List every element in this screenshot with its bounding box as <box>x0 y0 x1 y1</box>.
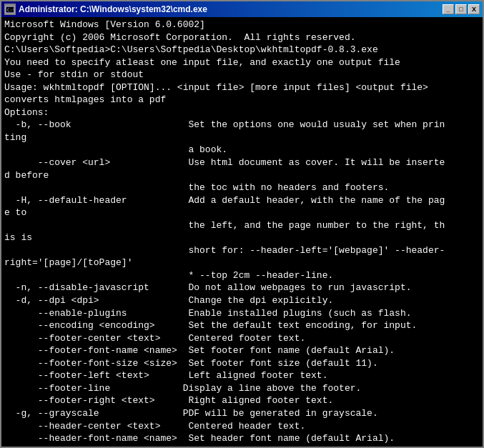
terminal-line: --footer-center <text> Centered footer t… <box>4 332 480 345</box>
terminal-line: C:\Users\Softpedia>C:\Users\Softpedia\De… <box>4 44 480 56</box>
window-title: Administrator: C:\Windows\system32\cmd.e… <box>19 4 207 14</box>
terminal-line: the toc with no headers and footers. <box>4 181 480 194</box>
terminal-line: -n, --disable-javascript Do not allow we… <box>4 282 480 294</box>
terminal-line: ting <box>4 131 480 144</box>
terminal-line: Microsoft Windows [Version 6.0.6002] <box>4 19 480 31</box>
title-bar-left: C:\ Administrator: C:\Windows\system32\c… <box>4 4 207 15</box>
maximize-button[interactable]: □ <box>455 4 467 14</box>
terminal-line: is is <box>4 232 480 244</box>
terminal-line: e to <box>4 206 480 219</box>
minimize-button[interactable]: _ <box>443 4 454 14</box>
terminal-line: Copyright (c) 2006 Microsoft Corporation… <box>4 31 480 44</box>
terminal-line: --header-center <text> Centered header t… <box>4 420 480 433</box>
terminal-line: You need to specify atleast one input fi… <box>4 56 480 69</box>
terminal-line: --footer-line Display a line above the f… <box>4 382 480 395</box>
terminal-line: a book. <box>4 144 480 156</box>
terminal-line: --header-font-name <name> Set header fon… <box>4 432 480 445</box>
terminal-line: Use - for stdin or stdout <box>4 69 480 81</box>
terminal-line: -b, --book Set the options one would usu… <box>4 119 480 131</box>
terminal-line: --footer-right <text> Right aligned foot… <box>4 394 480 407</box>
terminal-line: --footer-font-name <name> Set footer fon… <box>4 344 480 357</box>
terminal-line: --header-font-size <size> Set header fon… <box>4 445 480 447</box>
close-button[interactable]: X <box>468 4 480 14</box>
terminal-line: d before <box>4 169 480 182</box>
app-icon: C:\ <box>4 4 16 15</box>
terminal-line: Usage: wkhtmltopdf [OPTION]... <input fi… <box>4 81 480 94</box>
terminal-line: --enable-plugins Enable installed plugin… <box>4 307 480 320</box>
terminal-line: -H, --default-header Add a default heade… <box>4 194 480 207</box>
terminal-line: * --top 2cm --header-line. <box>4 269 480 282</box>
terminal-line: short for: --header-left='[webpage]' --h… <box>4 244 480 257</box>
terminal-output[interactable]: Microsoft Windows [Version 6.0.6002]Copy… <box>1 17 483 447</box>
terminal-line: converts htmlpages into a pdf <box>4 94 480 106</box>
title-bar: C:\ Administrator: C:\Windows\system32\c… <box>1 1 483 17</box>
terminal-line: --cover <url> Use html document as cover… <box>4 156 480 169</box>
terminal-line: --footer-left <text> Left aligned footer… <box>4 369 480 382</box>
terminal-line: the left, and the page number to the rig… <box>4 219 480 232</box>
terminal-line: Options: <box>4 106 480 119</box>
svg-text:C:\: C:\ <box>7 7 15 12</box>
terminal-line: -d, --dpi <dpi> Change the dpi explicitl… <box>4 294 480 307</box>
terminal-line: --encoding <encoding> Set the default te… <box>4 319 480 332</box>
title-buttons: _ □ X <box>443 4 480 14</box>
terminal-line: -g, --grayscale PDF will be generated in… <box>4 407 480 420</box>
terminal-line: right='[page]/[toPage]' <box>4 257 480 269</box>
terminal-line: --footer-font-size <size> Set footer fon… <box>4 357 480 370</box>
window-frame: C:\ Administrator: C:\Windows\system32\c… <box>0 0 484 448</box>
